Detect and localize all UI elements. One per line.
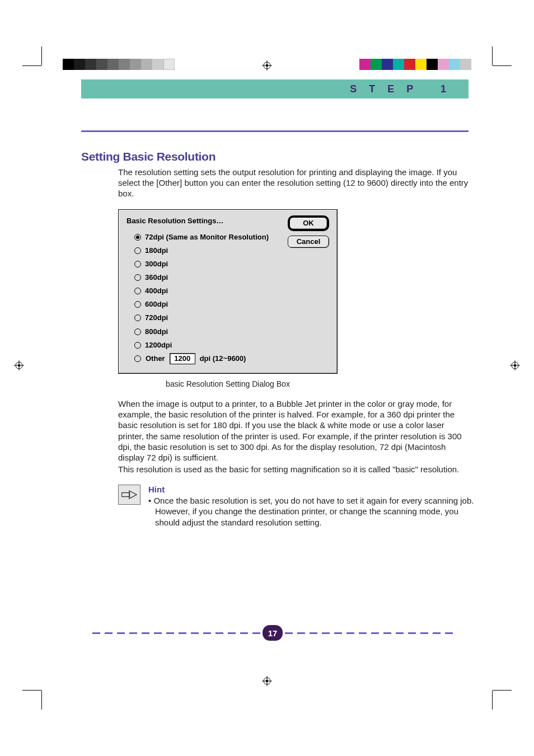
other-label: Other	[146, 353, 165, 364]
other-value-input[interactable]: 1200	[170, 353, 195, 364]
body-paragraph: This resolution is used as the basic for…	[118, 464, 469, 475]
color-strip-top	[359, 59, 471, 70]
radio-icon	[134, 288, 141, 294]
resolution-option[interactable]: 600dpi	[134, 299, 329, 310]
step-label: STEP 1	[350, 83, 458, 95]
cancel-button[interactable]: Cancel	[288, 236, 329, 248]
resolution-option[interactable]: 300dpi	[134, 259, 329, 270]
radio-icon	[134, 274, 141, 281]
registration-mark-left	[14, 360, 24, 370]
resolution-option-label: 72dpi (Same as Monitor Resolution)	[145, 232, 269, 243]
resolution-option-label: 720dpi	[145, 312, 168, 323]
radio-icon	[134, 234, 141, 241]
hint-heading: Hint	[148, 485, 476, 494]
header-divider	[81, 130, 469, 132]
resolution-option-label: 800dpi	[145, 326, 168, 337]
resolution-option[interactable]: 720dpi	[134, 312, 329, 323]
resolution-option[interactable]: 1200dpi	[134, 340, 329, 351]
grayscale-strip-top	[63, 59, 175, 70]
hint-arrow-icon	[118, 485, 140, 505]
svg-rect-4	[122, 493, 130, 497]
resolution-option-label: 300dpi	[145, 259, 168, 270]
basic-resolution-dialog: Basic Resolution Settings… OK Cancel 72d…	[118, 209, 338, 374]
other-suffix: dpi (12~9600)	[200, 353, 246, 364]
radio-icon	[134, 247, 141, 254]
registration-mark-bottom	[262, 676, 272, 686]
hint-block: Hint • Once the basic resolution is set,…	[118, 485, 476, 528]
dialog-caption: basic Resolution Setting Dialog Box	[118, 379, 338, 388]
radio-icon	[134, 314, 141, 321]
radio-icon	[134, 301, 141, 308]
svg-point-13	[18, 364, 20, 367]
radio-icon	[134, 342, 141, 349]
ok-button[interactable]: OK	[289, 217, 327, 229]
step-header-bar: STEP 1	[81, 79, 469, 98]
radio-icon	[134, 328, 141, 335]
registration-mark-top	[262, 60, 272, 71]
resolution-option-label: 1200dpi	[145, 340, 172, 351]
resolution-option-other[interactable]: Other 1200 dpi (12~9600)	[134, 353, 329, 364]
resolution-option-label: 360dpi	[145, 272, 168, 283]
svg-point-17	[514, 364, 516, 367]
radio-icon	[134, 261, 141, 267]
ok-button-label: OK	[303, 219, 314, 227]
page-number-badge: 17	[263, 625, 283, 641]
svg-marker-5	[129, 491, 137, 499]
svg-point-3	[266, 64, 268, 67]
page-number: 17	[268, 628, 278, 638]
resolution-option-label: 400dpi	[145, 285, 168, 297]
section-heading: Setting Basic Resolution	[81, 150, 469, 163]
resolution-option[interactable]: 800dpi	[134, 326, 329, 337]
radio-icon	[134, 355, 141, 362]
page-footer: 17	[81, 625, 469, 641]
resolution-option-label: 600dpi	[145, 299, 168, 310]
resolution-option[interactable]: 400dpi	[134, 285, 329, 297]
registration-mark-right	[510, 360, 520, 370]
resolution-option[interactable]: 360dpi	[134, 272, 329, 283]
intro-paragraph: The resolution setting sets the output r…	[118, 167, 469, 199]
body-paragraph: When the image is output to a printer, t…	[118, 398, 469, 463]
hint-text: • Once the basic resolution is set, you …	[148, 495, 476, 528]
cancel-button-label: Cancel	[297, 237, 321, 246]
resolution-option-label: 180dpi	[145, 245, 168, 256]
svg-point-9	[266, 680, 268, 682]
